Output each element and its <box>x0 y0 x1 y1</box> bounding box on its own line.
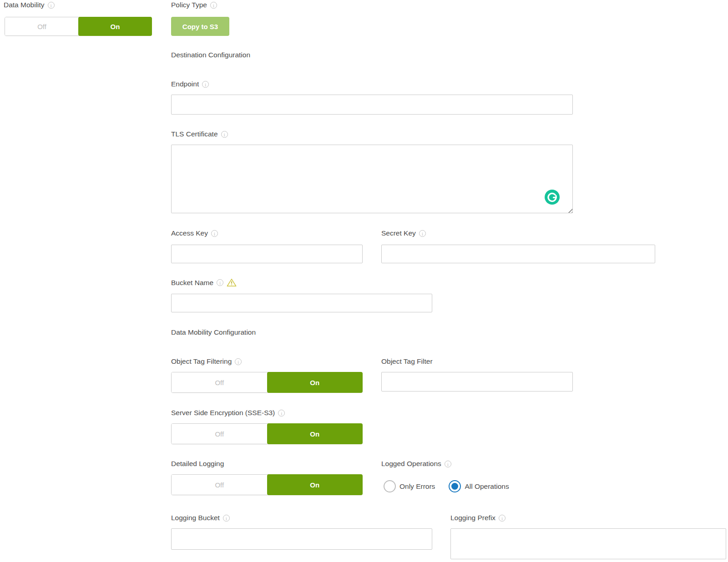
object-tag-filtering-toggle-off[interactable]: Off <box>172 372 268 392</box>
info-icon[interactable]: i <box>235 358 242 365</box>
detailed-logging-toggle-on[interactable]: On <box>267 474 363 495</box>
grammarly-icon[interactable] <box>545 190 560 205</box>
policy-type-copy-to-s3-button[interactable]: Copy to S3 <box>171 17 229 36</box>
object-tag-filtering-label: Object Tag Filtering i <box>171 357 242 366</box>
policy-type-label-text: Policy Type <box>171 1 207 9</box>
destination-configuration-heading: Destination Configuration <box>171 51 250 59</box>
data-mobility-label-text: Data Mobility <box>4 1 45 9</box>
warning-icon[interactable] <box>227 278 237 287</box>
radio-all-operations[interactable]: All Operations <box>449 480 509 492</box>
detailed-logging-toggle[interactable]: Off On <box>171 474 363 495</box>
info-icon[interactable]: i <box>48 2 55 9</box>
sse-label-text: Server Side Encryption (SSE-S3) <box>171 409 275 417</box>
logging-bucket-input[interactable] <box>171 528 432 550</box>
info-icon[interactable]: i <box>202 81 209 88</box>
info-icon[interactable]: i <box>278 410 285 416</box>
radio-only-errors-label: Only Errors <box>399 482 435 491</box>
info-icon[interactable]: i <box>419 230 426 237</box>
tls-certificate-textarea[interactable] <box>171 145 573 213</box>
radio-all-operations-label: All Operations <box>465 482 509 491</box>
data-mobility-toggle-off[interactable]: Off <box>5 17 79 35</box>
endpoint-label-text: Endpoint <box>171 80 199 88</box>
sse-label: Server Side Encryption (SSE-S3) i <box>171 409 285 417</box>
radio-circle-checked-icon[interactable] <box>449 480 461 492</box>
logged-operations-label-text: Logged Operations <box>381 460 441 468</box>
secret-key-label: Secret Key i <box>381 229 426 237</box>
tls-certificate-label: TLS Certificate i <box>171 130 228 138</box>
object-tag-filter-label-text: Object Tag Filter <box>381 357 433 366</box>
info-icon[interactable]: i <box>445 461 451 467</box>
data-mobility-policy-form: Data Mobility i Off On Policy Type i Cop… <box>0 0 728 562</box>
info-icon[interactable]: i <box>217 279 223 286</box>
access-key-label: Access Key i <box>171 229 218 237</box>
tls-certificate-label-text: TLS Certificate <box>171 130 218 138</box>
logging-prefix-label-text: Logging Prefix <box>450 514 495 522</box>
info-icon[interactable]: i <box>211 230 218 237</box>
object-tag-filter-label: Object Tag Filter <box>381 357 433 366</box>
sse-toggle[interactable]: Off On <box>171 423 363 444</box>
info-icon[interactable]: i <box>223 515 230 522</box>
logging-bucket-label: Logging Bucket i <box>171 514 230 522</box>
data-mobility-toggle[interactable]: Off On <box>5 17 152 36</box>
bucket-name-input[interactable] <box>171 294 432 312</box>
info-icon[interactable]: i <box>499 515 506 522</box>
info-icon[interactable]: i <box>221 131 228 138</box>
access-key-label-text: Access Key <box>171 229 208 237</box>
bucket-name-label: Bucket Name i <box>171 278 237 287</box>
logging-prefix-input[interactable] <box>450 528 726 559</box>
policy-type-label: Policy Type i <box>171 1 217 9</box>
info-icon[interactable]: i <box>210 2 217 9</box>
detailed-logging-toggle-off[interactable]: Off <box>172 475 268 495</box>
detailed-logging-label-text: Detailed Logging <box>171 460 224 468</box>
object-tag-filter-input[interactable] <box>381 372 573 391</box>
sse-toggle-off[interactable]: Off <box>172 424 268 444</box>
logged-operations-label: Logged Operations i <box>381 460 451 468</box>
object-tag-filtering-toggle[interactable]: Off On <box>171 372 363 393</box>
logging-bucket-label-text: Logging Bucket <box>171 514 220 522</box>
object-tag-filtering-label-text: Object Tag Filtering <box>171 357 232 366</box>
logging-prefix-label: Logging Prefix i <box>450 514 506 522</box>
sse-toggle-on[interactable]: On <box>267 423 363 444</box>
radio-circle-icon[interactable] <box>384 480 396 492</box>
data-mobility-configuration-heading: Data Mobility Configuration <box>171 328 256 336</box>
bucket-name-label-text: Bucket Name <box>171 279 213 287</box>
endpoint-input[interactable] <box>171 95 573 115</box>
object-tag-filtering-toggle-on[interactable]: On <box>267 372 363 393</box>
logged-operations-radio-group: Only Errors All Operations <box>384 480 509 492</box>
radio-only-errors[interactable]: Only Errors <box>384 480 435 492</box>
data-mobility-toggle-on[interactable]: On <box>78 17 152 36</box>
access-key-input[interactable] <box>171 245 363 263</box>
detailed-logging-label: Detailed Logging <box>171 460 224 468</box>
secret-key-input[interactable] <box>381 245 655 263</box>
data-mobility-label: Data Mobility i <box>4 1 55 9</box>
secret-key-label-text: Secret Key <box>381 229 416 237</box>
endpoint-label: Endpoint i <box>171 80 209 88</box>
